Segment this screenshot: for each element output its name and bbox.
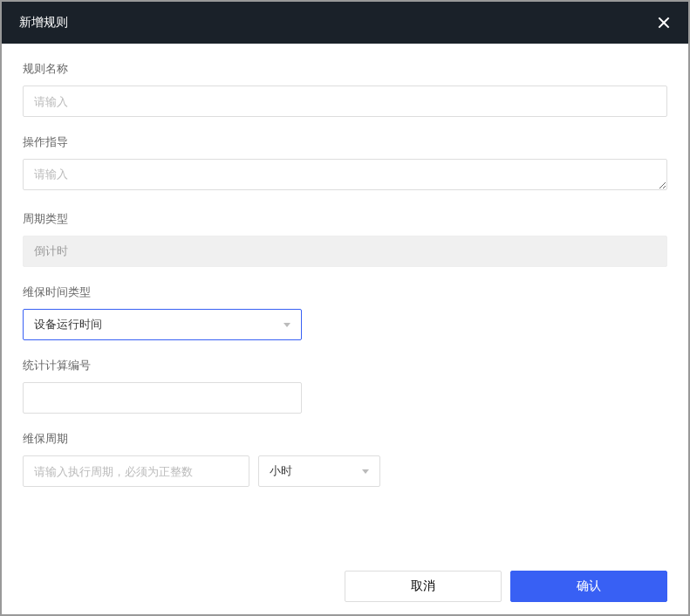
confirm-button[interactable]: 确认 [510, 571, 667, 602]
form-group-stat-calc-number: 统计计算编号 [23, 358, 667, 414]
stat-calc-number-label: 统计计算编号 [23, 358, 667, 373]
maintenance-time-type-label: 维保时间类型 [23, 284, 667, 300]
form-group-maintenance-cycle: 维保周期 小时 [23, 431, 667, 487]
modal-body: 规则名称 操作指导 周期类型 倒计时 维保时间类型 设备运行时间 统计计算编号 … [2, 44, 688, 558]
cycle-type-value: 倒计时 [23, 236, 667, 267]
cycle-type-label: 周期类型 [23, 211, 667, 227]
operation-guide-label: 操作指导 [23, 134, 667, 150]
form-group-operation-guide: 操作指导 [23, 134, 667, 194]
operation-guide-input[interactable] [23, 159, 667, 190]
rule-name-input[interactable] [23, 86, 667, 117]
chevron-down-icon [362, 469, 369, 474]
form-group-cycle-type: 周期类型 倒计时 [23, 211, 667, 267]
add-rule-modal: 新增规则 规则名称 操作指导 周期类型 倒计时 维保时间类型 设备运行时间 统计… [2, 2, 688, 614]
cancel-button[interactable]: 取消 [345, 571, 502, 602]
form-group-rule-name: 规则名称 [23, 61, 667, 117]
modal-title: 新增规则 [19, 15, 68, 31]
maintenance-cycle-label: 维保周期 [23, 431, 667, 447]
maintenance-cycle-unit-select[interactable]: 小时 [258, 455, 380, 487]
maintenance-cycle-unit-value: 小时 [270, 463, 292, 479]
maintenance-time-type-select[interactable]: 设备运行时间 [23, 309, 302, 340]
close-icon[interactable] [657, 16, 671, 30]
modal-header: 新增规则 [2, 2, 688, 44]
stat-calc-number-input[interactable] [23, 382, 302, 414]
maintenance-time-type-value: 设备运行时间 [34, 317, 102, 332]
rule-name-label: 规则名称 [23, 61, 667, 77]
chevron-down-icon [284, 323, 290, 327]
maintenance-cycle-input[interactable] [23, 455, 249, 487]
modal-footer: 取消 确认 [2, 558, 688, 614]
maintenance-cycle-row: 小时 [23, 455, 667, 487]
form-group-maintenance-time-type: 维保时间类型 设备运行时间 [23, 284, 667, 340]
